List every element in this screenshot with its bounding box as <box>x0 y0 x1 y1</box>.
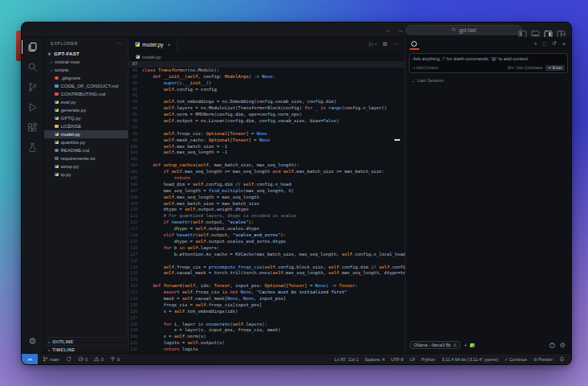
tab-model-py[interactable]: model.py × <box>129 37 178 51</box>
code-line[interactable]: 126 x = self.tok_embeddings(idx) <box>129 309 405 315</box>
file-item[interactable]: CONTRIBUTING.md <box>44 90 128 98</box>
code-line[interactable]: 120 self.causal_mask = torch.tril(torch.… <box>129 270 405 277</box>
status-continue-status[interactable]: ✓ Continue <box>504 357 527 362</box>
code-line[interactable]: 128 for i, layer in enumerate(self.layer… <box>129 322 405 328</box>
code-line[interactable]: 111 # For quantized layers, dtype is enc… <box>129 213 405 220</box>
code-area[interactable]: 8788class Transformer(nn.Module):89 def … <box>129 61 405 353</box>
nav-forward-icon[interactable]: → <box>397 27 403 34</box>
status-ports[interactable]: 0 <box>110 356 120 362</box>
code-line[interactable]: 116 for b in self.layers: <box>129 245 405 252</box>
title-bar[interactable]: ← → gpt-fast <box>22 23 571 37</box>
code-line[interactable]: 110 dtype = self.output.weight.dtype <box>129 207 405 213</box>
code-line[interactable]: 124 mask = self.causal_mask[None, None, … <box>129 296 405 302</box>
add-context-button[interactable]: + Add Context <box>413 65 439 70</box>
activity-run-debug-icon[interactable] <box>22 97 44 117</box>
file-item[interactable]: model.py <box>44 130 128 138</box>
toggle-panel-icon[interactable] <box>531 27 540 34</box>
code-line[interactable]: 94 self.layers = nn.ModuleList(Transform… <box>129 105 405 112</box>
code-line[interactable]: 130 x = self.norm(x) <box>129 334 405 340</box>
nav-back-icon[interactable]: ← <box>385 27 391 34</box>
code-line[interactable]: 88class Transformer(nn.Module): <box>129 68 405 74</box>
file-item[interactable]: ›mixtral-moe <box>44 58 128 66</box>
code-line[interactable]: 127 <box>129 315 405 322</box>
tab-close-icon[interactable]: × <box>167 42 170 47</box>
breadcrumb[interactable]: model.py <box>129 52 405 61</box>
code-line[interactable]: 123 assert self.freqs_cis is not None, "… <box>129 290 405 296</box>
use-codebase-hint[interactable]: ⌘↵ Use Codebase <box>508 65 543 70</box>
code-line[interactable]: 122 def forward(self, idx: Tensor, input… <box>129 283 405 290</box>
code-line[interactable]: 104 if self.max_seq_length >= max_seq_le… <box>129 169 405 175</box>
continue-settings-icon[interactable]: ⚙ <box>560 342 566 349</box>
file-item[interactable]: tp.py <box>44 170 128 179</box>
command-center-search[interactable]: gpt-fast <box>406 25 522 35</box>
status-problems-errors[interactable]: 0 <box>78 356 88 362</box>
status-python-interpreter[interactable]: 3.11.4 64-bit ('3.11.4': pyenv) <box>442 357 498 362</box>
close-panel-icon[interactable]: × <box>562 41 566 47</box>
code-line[interactable]: 118 <box>129 258 405 265</box>
code-line[interactable]: 99 self.mask_cache: Optional[Tensor] = N… <box>129 138 405 144</box>
new-session-icon[interactable]: + <box>534 41 537 47</box>
chat-input[interactable]: Ask anything, '/' for slash commands, '@… <box>409 53 568 73</box>
last-session-link[interactable]: ← Last Session <box>406 73 571 88</box>
toggle-primary-sidebar-icon[interactable] <box>518 27 527 34</box>
file-item[interactable]: eval.py <box>44 98 128 106</box>
code-line[interactable]: 115 dtype = self.output.scales_and_zeros… <box>129 239 405 245</box>
code-line[interactable]: 119 self.freqs_cis = precompute_freqs_ci… <box>129 265 405 271</box>
status-indentation[interactable]: Spaces: 4 <box>365 357 384 362</box>
status-git-branch[interactable]: main <box>43 356 59 362</box>
code-line[interactable]: 92 <box>129 92 405 99</box>
split-editor[interactable]: ⊞ <box>382 41 387 47</box>
activity-testing-icon[interactable] <box>22 138 44 158</box>
activity-explorer-icon[interactable] <box>22 37 44 57</box>
status-language-mode[interactable]: Python <box>422 357 435 362</box>
file-item[interactable]: ›scripts <box>44 66 128 74</box>
add-model-button[interactable]: + <box>463 343 467 348</box>
status-eol[interactable]: LF <box>410 357 414 362</box>
code-line[interactable]: 89 def __init__(self, config: ModelArgs)… <box>129 74 405 80</box>
status-problems-warnings[interactable]: 0 <box>94 356 104 362</box>
activity-extensions-icon[interactable] <box>22 117 44 138</box>
code-line[interactable]: 117 b.attention.kv_cache = KVCache(max_b… <box>129 252 405 258</box>
history-icon[interactable]: ↺ <box>552 40 557 47</box>
section-outline[interactable]: ›OUTLINE <box>44 337 128 345</box>
image-attach-icon[interactable] <box>470 343 475 347</box>
activity-search-icon[interactable] <box>22 57 44 77</box>
code-line[interactable]: 108 self.max_seq_length = max_seq_length <box>129 195 405 201</box>
file-item[interactable]: generate.py <box>44 106 128 114</box>
file-item[interactable]: requirements.txt <box>44 154 128 162</box>
code-line[interactable]: 102 <box>129 156 405 162</box>
code-line[interactable]: 91 self.config = config <box>129 87 405 93</box>
file-item[interactable]: setup.py <box>44 162 128 170</box>
code-line[interactable]: 129 x = layer(x, input_pos, freqs_cis, m… <box>129 327 405 334</box>
customize-layout-icon[interactable] <box>557 27 566 34</box>
expand-icon[interactable]: □ <box>543 41 546 47</box>
code-line[interactable]: 97 <box>129 125 405 131</box>
code-line[interactable]: 131 logits = self.output(x) <box>129 340 405 347</box>
model-select[interactable]: Ollama - llama3 8b ⇅ <box>410 341 460 349</box>
status-encoding[interactable]: UTF-8 <box>391 357 404 362</box>
explorer-more-icon[interactable]: ⋯ <box>117 40 124 47</box>
code-line[interactable]: 109 self.max_batch_size = max_batch_size <box>129 201 405 207</box>
code-line[interactable]: 96 self.output = nn.Linear(config.dim, c… <box>129 118 405 125</box>
code-line[interactable]: 93 self.tok_embeddings = nn.Embedding(co… <box>129 99 405 105</box>
file-item[interactable]: CODE_OF_CONDUCT.md <box>44 82 128 90</box>
file-item[interactable]: quantize.py <box>44 138 128 146</box>
code-line[interactable]: 100 self.max_batch_size = -1 <box>129 144 405 150</box>
status-cursor-position[interactable]: Ln 87, Col 1 <box>335 357 359 362</box>
code-line[interactable]: 103 def setup_caches(self, max_batch_siz… <box>129 162 405 169</box>
code-line[interactable]: 101 self.max_seq_length = -1 <box>129 150 405 156</box>
code-line[interactable]: 113 dtype = self.output.scales.dtype <box>129 226 405 232</box>
remote-indicator[interactable]: >< <box>22 354 38 364</box>
code-line[interactable]: 95 self.norm = RMSNorm(config.dim, eps=c… <box>129 112 405 118</box>
code-line[interactable]: 112 if hasattr(self.output, "scales"): <box>129 220 405 226</box>
status-notifications[interactable] <box>559 356 565 362</box>
settings-gear-icon[interactable]: ⚙ <box>29 335 37 347</box>
toggle-secondary-sidebar-icon[interactable] <box>544 27 553 34</box>
code-line[interactable]: 90 super().__init__() <box>129 80 405 87</box>
file-item[interactable]: LICENSE <box>44 122 128 130</box>
file-item[interactable]: README.md <box>44 146 128 154</box>
code-line[interactable]: 107 max_seq_length = find_multiple(max_s… <box>129 188 405 195</box>
code-line[interactable]: 132 return logits <box>129 347 405 353</box>
code-line[interactable]: 98 self.freqs_cis: Optional[Tensor] = No… <box>129 131 405 138</box>
activity-source-control-icon[interactable] <box>22 77 44 97</box>
